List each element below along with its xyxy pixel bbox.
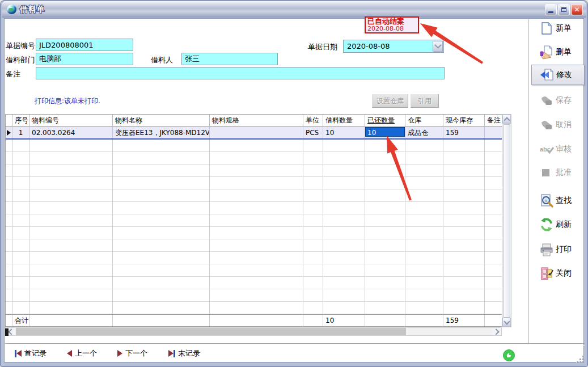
cell-empty[interactable] (210, 202, 303, 214)
table-row-empty[interactable] (6, 289, 502, 302)
cell-empty[interactable] (323, 264, 365, 277)
cell-empty[interactable] (6, 239, 12, 252)
cell-empty[interactable] (210, 164, 303, 177)
nav-next-record[interactable]: 下一个 (117, 348, 147, 359)
cell-unit[interactable]: PCS (303, 127, 323, 138)
cell-empty[interactable] (443, 227, 485, 239)
cell-empty[interactable] (12, 140, 29, 152)
cell-empty[interactable] (365, 152, 405, 164)
cell-empty[interactable] (29, 302, 113, 314)
cell-empty[interactable] (443, 239, 485, 252)
table-row-empty[interactable] (6, 302, 502, 314)
cell-empty[interactable] (29, 152, 113, 164)
cell-empty[interactable] (113, 177, 210, 189)
nav-last-record[interactable]: 末记录 (168, 348, 200, 359)
sidebar-button-print[interactable]: 打印 (531, 239, 585, 260)
cell-empty[interactable] (113, 140, 210, 152)
cell-empty[interactable] (113, 264, 210, 277)
cell-empty[interactable] (12, 277, 29, 289)
dept-field[interactable] (36, 53, 133, 65)
cell-empty[interactable] (485, 302, 502, 314)
cell-empty[interactable] (405, 214, 443, 227)
set-warehouse-button[interactable]: 设置仓库 (372, 94, 408, 108)
table-row-empty[interactable] (6, 277, 502, 289)
cell-borrow_qty[interactable]: 10 (323, 127, 365, 138)
table-row-empty[interactable] (6, 202, 502, 214)
cell-empty[interactable] (405, 189, 443, 202)
cell-empty[interactable] (303, 140, 323, 152)
cell-empty[interactable] (485, 177, 502, 189)
cell-empty[interactable] (12, 214, 29, 227)
cell-empty[interactable] (12, 239, 29, 252)
cell-empty[interactable] (6, 252, 12, 264)
cell-empty[interactable] (210, 289, 303, 302)
cell-empty[interactable] (210, 177, 303, 189)
cell-empty[interactable] (443, 264, 485, 277)
cell-spec[interactable] (210, 127, 303, 138)
cell-empty[interactable] (29, 214, 113, 227)
nav-first-record[interactable]: 首记录 (15, 348, 46, 359)
sidebar-button-delete-doc[interactable]: 删单 (531, 42, 585, 62)
cell-empty[interactable] (405, 227, 443, 239)
cell-empty[interactable] (365, 252, 405, 264)
cell-empty[interactable] (12, 177, 29, 189)
cell-empty[interactable] (6, 164, 12, 177)
table-row[interactable]: 102.003.0264变压器EE13，JKY088-MD12VPCS1010成… (6, 127, 502, 140)
cell-empty[interactable] (405, 289, 443, 302)
cell-empty[interactable] (29, 140, 113, 152)
cell-empty[interactable] (323, 140, 365, 152)
cell-empty[interactable] (6, 289, 12, 302)
grid-vertical-scrollbar[interactable] (502, 114, 511, 327)
cell-empty[interactable] (12, 164, 29, 177)
cell-empty[interactable] (303, 152, 323, 164)
cell-empty[interactable] (485, 227, 502, 239)
cell-empty[interactable] (443, 202, 485, 214)
grid-header-remark[interactable]: 备注 (485, 115, 502, 127)
cell-empty[interactable] (12, 252, 29, 264)
grid-header-name[interactable]: 物料名称 (113, 115, 210, 127)
cell-empty[interactable] (113, 227, 210, 239)
cell-empty[interactable] (29, 264, 113, 277)
cell-empty[interactable] (485, 289, 502, 302)
remark-field[interactable] (36, 67, 445, 79)
cell-empty[interactable] (210, 277, 303, 289)
cell-empty[interactable] (365, 177, 405, 189)
grid-header-seq[interactable]: 序号 (12, 115, 29, 127)
table-row-empty[interactable] (6, 164, 502, 177)
cell-empty[interactable] (210, 239, 303, 252)
table-row-empty[interactable] (6, 227, 502, 239)
doc-date-combo[interactable]: 2020-08-08 (343, 40, 444, 53)
cell-empty[interactable] (113, 202, 210, 214)
cell-empty[interactable] (323, 202, 365, 214)
cell-empty[interactable] (485, 277, 502, 289)
scroll-up-button[interactable] (502, 115, 511, 124)
grid-header-borrow_qty[interactable]: 借料数量 (323, 115, 365, 127)
table-row-empty[interactable] (6, 214, 502, 227)
cell-empty[interactable] (210, 189, 303, 202)
cell-empty[interactable] (29, 189, 113, 202)
cell-empty[interactable] (29, 252, 113, 264)
cell-name[interactable]: 变压器EE13，JKY088-MD12V (113, 127, 210, 138)
cell-empty[interactable] (6, 152, 12, 164)
titlebar[interactable]: 借料单 ✕ (2, 1, 586, 18)
cell-empty[interactable] (303, 252, 323, 264)
cell-remark[interactable] (485, 127, 502, 138)
cell-empty[interactable] (113, 289, 210, 302)
cell-empty[interactable] (6, 214, 12, 227)
cell-empty[interactable] (210, 152, 303, 164)
cell-empty[interactable] (6, 227, 12, 239)
cell-empty[interactable] (405, 264, 443, 277)
cell-empty[interactable] (323, 289, 365, 302)
sidebar-button-refresh[interactable]: 刷新 (531, 214, 585, 235)
cell-empty[interactable] (365, 227, 405, 239)
cell-empty[interactable] (365, 164, 405, 177)
cell-stock[interactable]: 159 (443, 127, 485, 138)
cell-empty[interactable] (323, 152, 365, 164)
grid-header-stock[interactable]: 现今库存 (443, 115, 485, 127)
nav-previous-record[interactable]: 上一个 (67, 348, 97, 359)
cell-empty[interactable] (405, 202, 443, 214)
sidebar-button-search[interactable]: n查找 (531, 191, 585, 211)
cell-empty[interactable] (485, 140, 502, 152)
cell-empty[interactable] (323, 164, 365, 177)
cell-empty[interactable] (29, 202, 113, 214)
